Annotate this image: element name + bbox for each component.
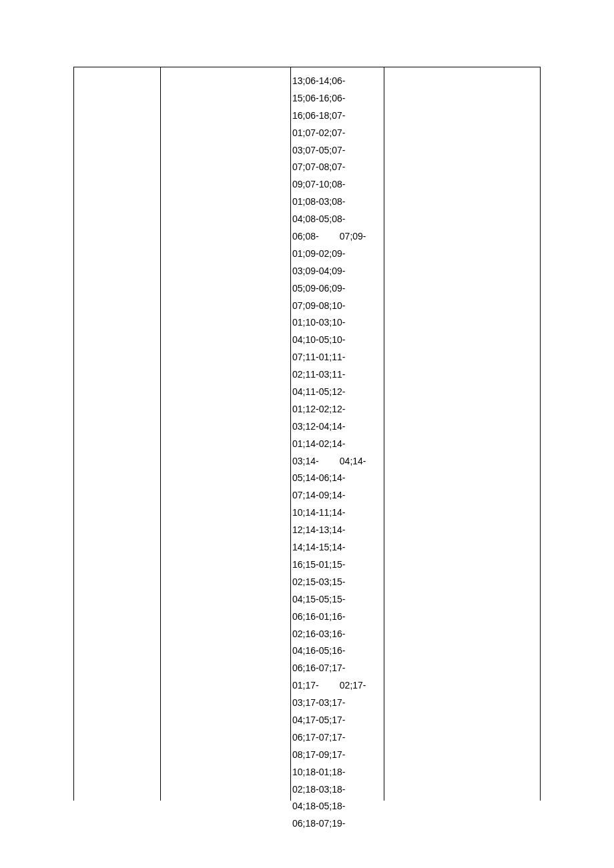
cell-line: 06;08- 07;09- <box>292 228 382 246</box>
cell-line: 04;16-05;16- <box>292 642 382 660</box>
cell-line: 07;09-08;10- <box>292 298 382 315</box>
cell-line: 05;14-06;14- <box>292 470 382 487</box>
cell-line: 01;17- 02;17- <box>292 677 382 695</box>
cell-line: 01;12-02;12- <box>292 401 382 418</box>
cell-line: 01;14-02;14- <box>292 436 382 453</box>
cell-line: 04;17-05;17- <box>292 712 382 729</box>
cell-line: 07;14-09;14- <box>292 487 382 504</box>
cell-line: 10;18-01;18- <box>292 764 382 781</box>
cell-line: 03;12-04;14- <box>292 418 382 436</box>
cell-line: 06;17-07;17- <box>292 729 382 747</box>
cell-line: 02;11-03;11- <box>292 366 382 384</box>
cell-line: 03;14- 04;14- <box>292 453 382 470</box>
cell-line: 01;09-02;09- <box>292 246 382 263</box>
cell-line: 04;08-05;08- <box>292 211 382 228</box>
cell-line: 02;15-03;15- <box>292 574 382 591</box>
cell-line: 16;15-01;15- <box>292 556 382 574</box>
cell-line: 01;10-03;10- <box>292 314 382 332</box>
cell-line: 09;07-10;08- <box>292 176 382 193</box>
cell-line: 12;14-13;14- <box>292 522 382 539</box>
cell-line: 04;11-05;12- <box>292 384 382 401</box>
cell-line: 06;18-07;19- <box>292 815 382 833</box>
cell-line: 07;07-08;07- <box>292 159 382 176</box>
cell-line: 08;17-09;17- <box>292 747 382 764</box>
cell-line: 14;14-15;14- <box>292 539 382 556</box>
cell-line: 05;09-06;09- <box>292 280 382 298</box>
cell-line: 04;18-05;18- <box>292 798 382 815</box>
cell-line: 03;09-04;09- <box>292 263 382 280</box>
cell-line: 06;16-01;16- <box>292 608 382 626</box>
cell-line: 02;18-03;18- <box>292 781 382 799</box>
cell-line: 15;06-16;06- <box>292 90 382 107</box>
cell-line: 04;10-05;10- <box>292 332 382 349</box>
table-column-1 <box>74 67 161 801</box>
cell-line: 02;16-03;16- <box>292 626 382 643</box>
table-column-2 <box>161 67 291 801</box>
cell-line: 16;06-18;07- <box>292 107 382 125</box>
cell-line: 07;11-01;11- <box>292 349 382 366</box>
cell-line: 03;07-05;07- <box>292 142 382 159</box>
cell-line: 13;06-14;06- <box>292 73 382 90</box>
table-column-4 <box>384 67 540 801</box>
table: 13;06-14;06- 15;06-16;06- 16;06-18;07- 0… <box>73 67 541 801</box>
table-column-3: 13;06-14;06- 15;06-16;06- 16;06-18;07- 0… <box>291 67 384 801</box>
cell-line: 03;17-03;17- <box>292 695 382 712</box>
cell-line: 04;15-05;15- <box>292 591 382 608</box>
cell-line: 01;08-03;08- <box>292 193 382 211</box>
cell-line: 10;14-11;14- <box>292 504 382 522</box>
cell-line: 01;07-02;07- <box>292 125 382 142</box>
cell-line: 06;16-07;17- <box>292 660 382 677</box>
